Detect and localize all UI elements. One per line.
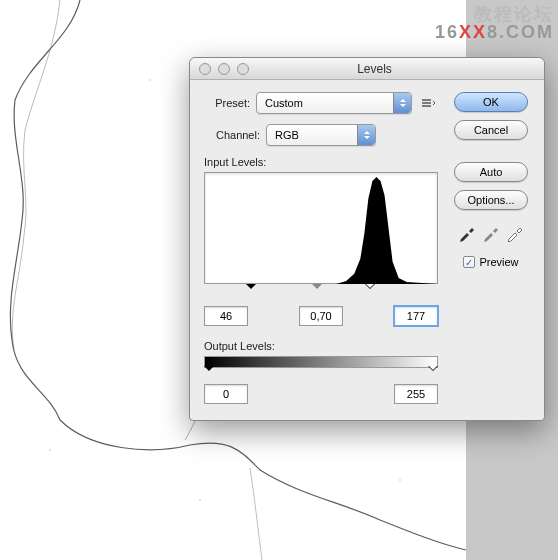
cancel-button[interactable]: Cancel xyxy=(454,120,528,140)
auto-button[interactable]: Auto xyxy=(454,162,528,182)
watermark-line2: 16XX8.COM xyxy=(435,22,554,43)
svg-point-4 xyxy=(399,479,401,481)
eyedropper-group xyxy=(458,224,524,242)
output-gradient xyxy=(204,356,438,368)
preset-menu-icon[interactable] xyxy=(418,94,438,112)
svg-point-2 xyxy=(199,499,201,501)
ok-button[interactable]: OK xyxy=(454,92,528,112)
chevron-updown-icon xyxy=(393,93,411,113)
svg-point-0 xyxy=(149,79,151,81)
output-levels-label: Output Levels: xyxy=(204,340,438,352)
preview-label: Preview xyxy=(479,256,518,268)
traffic-lights xyxy=(190,63,249,75)
input-black-slider[interactable] xyxy=(246,284,256,294)
wm-post: 8.COM xyxy=(487,22,554,42)
output-white-field[interactable] xyxy=(394,384,438,404)
histogram[interactable] xyxy=(204,172,438,284)
output-black-field[interactable] xyxy=(204,384,248,404)
options-button[interactable]: Options... xyxy=(454,190,528,210)
chevron-updown-icon xyxy=(357,125,375,145)
black-eyedropper-icon[interactable] xyxy=(458,224,476,242)
channel-label: Channel: xyxy=(204,129,266,141)
input-white-field[interactable] xyxy=(394,306,438,326)
close-icon[interactable] xyxy=(199,63,211,75)
preset-value: Custom xyxy=(265,97,303,109)
preset-select[interactable]: Custom xyxy=(256,92,412,114)
levels-dialog: Levels Preset: Custom Channel: RGB Input… xyxy=(189,57,545,421)
output-black-slider[interactable] xyxy=(204,366,214,376)
wm-mid: XX xyxy=(459,22,487,42)
output-slider-track[interactable] xyxy=(204,368,438,382)
gray-eyedropper-icon[interactable] xyxy=(482,224,500,242)
output-white-slider[interactable] xyxy=(428,366,438,376)
zoom-icon[interactable] xyxy=(237,63,249,75)
wm-pre: 16 xyxy=(435,22,459,42)
channel-select[interactable]: RGB xyxy=(266,124,376,146)
svg-point-3 xyxy=(49,449,51,451)
input-black-field[interactable] xyxy=(204,306,248,326)
preview-checkbox[interactable]: ✓ xyxy=(463,256,475,268)
input-white-slider[interactable] xyxy=(365,284,375,294)
dialog-title: Levels xyxy=(249,62,544,76)
preset-label: Preset: xyxy=(204,97,256,109)
input-mid-field[interactable] xyxy=(299,306,343,326)
channel-value: RGB xyxy=(275,129,299,141)
input-levels-label: Input Levels: xyxy=(204,156,438,168)
input-slider-track[interactable] xyxy=(204,286,438,300)
input-mid-slider[interactable] xyxy=(312,284,322,294)
titlebar[interactable]: Levels xyxy=(190,58,544,80)
white-eyedropper-icon[interactable] xyxy=(506,224,524,242)
minimize-icon[interactable] xyxy=(218,63,230,75)
